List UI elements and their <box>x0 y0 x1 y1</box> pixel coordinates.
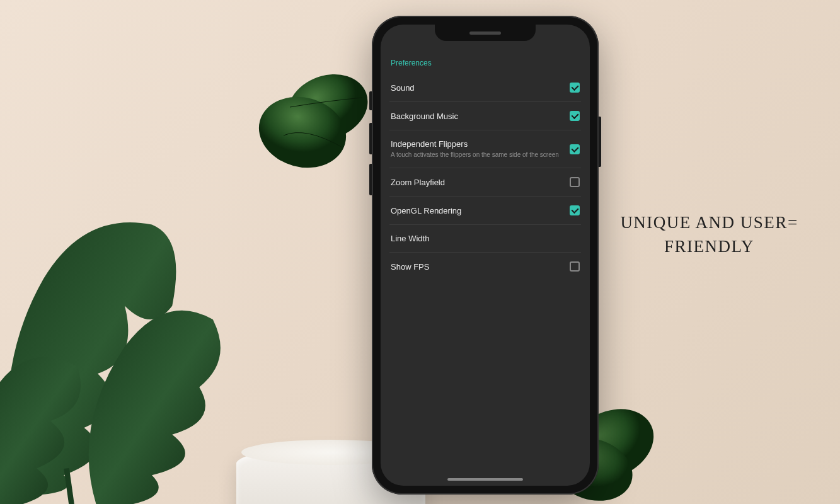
pref-title: Zoom Playfield <box>391 178 563 187</box>
pref-row-line-width[interactable]: Line Width <box>389 225 581 253</box>
pref-title: Sound <box>391 83 563 93</box>
pref-text: Zoom Playfield <box>391 178 570 187</box>
svg-point-1 <box>279 64 377 151</box>
pref-title: Show FPS <box>391 262 563 272</box>
svg-point-2 <box>252 88 354 176</box>
pref-text: Line Width <box>391 234 580 243</box>
tagline-line1: UNIQUE AND USER= <box>620 213 798 232</box>
pref-subtitle: A touch activates the flippers on the sa… <box>391 151 563 159</box>
checkbox[interactable] <box>570 83 580 93</box>
pref-row-opengl-rendering[interactable]: OpenGL Rendering <box>389 197 581 225</box>
tagline-line2: FRIENDLY <box>664 237 754 256</box>
phone-side-button <box>369 91 372 110</box>
pref-title: OpenGL Rendering <box>391 206 563 215</box>
plant-decor-left <box>0 170 233 504</box>
pref-row-zoom-playfield[interactable]: Zoom Playfield <box>389 168 581 197</box>
phone-mockup: Preferences SoundBackground MusicIndepen… <box>372 16 599 495</box>
svg-rect-0 <box>64 468 79 504</box>
home-indicator[interactable] <box>447 478 523 481</box>
pref-text: Background Music <box>391 112 570 121</box>
pref-text: Sound <box>391 83 570 93</box>
pref-title: Line Width <box>391 234 573 243</box>
preferences-panel: Preferences SoundBackground MusicIndepen… <box>381 25 590 280</box>
pref-row-show-fps[interactable]: Show FPS <box>389 253 581 280</box>
checkbox[interactable] <box>570 177 580 187</box>
pref-row-background-music[interactable]: Background Music <box>389 102 581 130</box>
pref-text: Show FPS <box>391 262 570 272</box>
phone-notch <box>435 25 536 41</box>
pref-title: Independent Flippers <box>391 139 563 149</box>
phone-screen: Preferences SoundBackground MusicIndepen… <box>381 25 590 486</box>
checkbox[interactable] <box>570 205 580 215</box>
pref-row-sound[interactable]: Sound <box>389 74 581 102</box>
pref-text: OpenGL Rendering <box>391 206 570 215</box>
leaf-decor-top <box>252 63 378 176</box>
pref-text: Independent FlippersA touch activates th… <box>391 139 570 159</box>
phone-power-button <box>599 117 601 167</box>
phone-side-button <box>369 123 372 154</box>
pref-title: Background Music <box>391 112 563 121</box>
checkbox[interactable] <box>570 261 580 272</box>
phone-side-button <box>369 164 372 195</box>
pref-row-independent-flippers[interactable]: Independent FlippersA touch activates th… <box>389 130 581 168</box>
tagline: UNIQUE AND USER= FRIENDLY <box>604 211 815 259</box>
checkbox[interactable] <box>570 111 580 121</box>
preferences-header: Preferences <box>389 55 581 74</box>
checkbox[interactable] <box>570 144 580 154</box>
